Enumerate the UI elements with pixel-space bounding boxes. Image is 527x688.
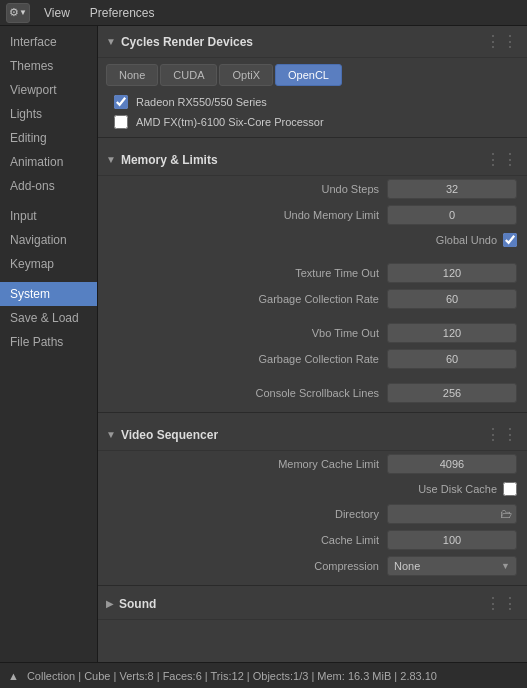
compression-dropdown[interactable]: None ▼ <box>387 556 517 576</box>
gear-menu-button[interactable]: ⚙ ▼ <box>6 3 30 23</box>
sidebar-item-navigation[interactable]: Navigation <box>0 228 97 252</box>
top-bar: ⚙ ▼ View Preferences <box>0 0 527 26</box>
gc-rate2-row: Garbage Collection Rate 60 <box>98 346 527 372</box>
view-menu-item[interactable]: View <box>40 4 74 22</box>
memory-limits-header[interactable]: ▼ Memory & Limits ⋮⋮ <box>98 144 527 176</box>
device-label-1: AMD FX(tm)-6100 Six-Core Processor <box>136 116 324 128</box>
use-disk-cache-text: Use Disk Cache <box>418 483 497 495</box>
sidebar-item-themes[interactable]: Themes <box>0 54 97 78</box>
cache-limit-value[interactable]: 100 <box>387 530 517 550</box>
dropdown-arrow-icon: ▼ <box>501 561 510 571</box>
use-disk-cache-right: Use Disk Cache <box>387 482 517 496</box>
gc-rate-label: Garbage Collection Rate <box>108 293 387 305</box>
sidebar-item-lights[interactable]: Lights <box>0 102 97 126</box>
gc-rate2-label: Garbage Collection Rate <box>108 353 387 365</box>
memory-limits-section: ▼ Memory & Limits ⋮⋮ Undo Steps 32 Undo … <box>98 138 527 413</box>
tab-cuda[interactable]: CUDA <box>160 64 217 86</box>
global-undo-text: Global Undo <box>436 234 497 246</box>
sidebar-item-editing[interactable]: Editing <box>0 126 97 150</box>
gc-rate-row: Garbage Collection Rate 60 <box>98 286 527 312</box>
vbo-timeout-label: Vbo Time Out <box>108 327 387 339</box>
triangle-icon-3: ▼ <box>106 429 116 440</box>
video-sequencer-section: ▼ Video Sequencer ⋮⋮ Memory Cache Limit … <box>98 413 527 586</box>
sidebar: Interface Themes Viewport Lights Editing… <box>0 26 98 662</box>
triangle-icon-4: ▶ <box>106 598 114 609</box>
tab-optix[interactable]: OptiX <box>219 64 273 86</box>
folder-icon: 🗁 <box>500 507 512 521</box>
sidebar-item-viewport[interactable]: Viewport <box>0 78 97 102</box>
undo-memory-value[interactable]: 0 <box>387 205 517 225</box>
sidebar-item-save-load[interactable]: Save & Load <box>0 306 97 330</box>
console-scrollback-value[interactable]: 256 <box>387 383 517 403</box>
sidebar-item-addons[interactable]: Add-ons <box>0 174 97 198</box>
use-disk-cache-checkbox[interactable] <box>503 482 517 496</box>
undo-memory-label: Undo Memory Limit <box>108 209 387 221</box>
sidebar-item-system[interactable]: System <box>0 282 97 306</box>
cache-limit-label: Cache Limit <box>108 534 387 546</box>
status-arrow-icon: ▲ <box>8 670 19 682</box>
sound-dots: ⋮⋮ <box>485 594 519 613</box>
undo-steps-row: Undo Steps 32 <box>98 176 527 202</box>
triangle-icon: ▼ <box>106 36 116 47</box>
directory-row: Directory 🗁 <box>98 501 527 527</box>
spacer-1 <box>98 252 527 260</box>
memory-cache-row: Memory Cache Limit 4096 <box>98 451 527 477</box>
status-bar: ▲ Collection | Cube | Verts:8 | Faces:6 … <box>0 662 527 688</box>
device-label-0: Radeon RX550/550 Series <box>136 96 267 108</box>
compression-value: None <box>394 560 420 572</box>
gear-icon: ⚙ <box>9 6 19 19</box>
console-scrollback-row: Console Scrollback Lines 256 <box>98 380 527 406</box>
main-layout: Interface Themes Viewport Lights Editing… <box>0 26 527 662</box>
memory-cache-value[interactable]: 4096 <box>387 454 517 474</box>
preferences-menu-item[interactable]: Preferences <box>86 4 159 22</box>
gc-rate-value[interactable]: 60 <box>387 289 517 309</box>
device-row-1: AMD FX(tm)-6100 Six-Core Processor <box>98 112 527 137</box>
top-menu: View Preferences <box>40 4 159 22</box>
use-disk-cache-row: Use Disk Cache <box>98 477 527 501</box>
console-scrollback-label: Console Scrollback Lines <box>108 387 387 399</box>
sidebar-item-keymap[interactable]: Keymap <box>0 252 97 276</box>
device-checkbox-0[interactable] <box>114 95 128 109</box>
cycles-render-header[interactable]: ▼ Cycles Render Devices ⋮⋮ <box>98 26 527 58</box>
texture-timeout-row: Texture Time Out 120 <box>98 260 527 286</box>
triangle-icon-2: ▼ <box>106 154 116 165</box>
global-undo-row: Global Undo <box>98 228 527 252</box>
cycles-render-section: ▼ Cycles Render Devices ⋮⋮ None CUDA Opt… <box>98 26 527 138</box>
cycles-render-dots: ⋮⋮ <box>485 32 519 51</box>
gear-arrow-icon: ▼ <box>19 8 27 17</box>
tab-opencl[interactable]: OpenCL <box>275 64 342 86</box>
memory-cache-label: Memory Cache Limit <box>108 458 387 470</box>
memory-limits-dots: ⋮⋮ <box>485 150 519 169</box>
tab-none[interactable]: None <box>106 64 158 86</box>
texture-timeout-value[interactable]: 120 <box>387 263 517 283</box>
status-text: Collection | Cube | Verts:8 | Faces:6 | … <box>27 670 437 682</box>
global-undo-checkbox[interactable] <box>503 233 517 247</box>
spacer-2 <box>98 312 527 320</box>
compression-row: Compression None ▼ <box>98 553 527 579</box>
render-tab-bar: None CUDA OptiX OpenCL <box>98 58 527 92</box>
directory-label: Directory <box>108 508 387 520</box>
device-checkbox-1[interactable] <box>114 115 128 129</box>
sidebar-item-input[interactable]: Input <box>0 204 97 228</box>
sidebar-item-file-paths[interactable]: File Paths <box>0 330 97 354</box>
memory-limits-title: Memory & Limits <box>121 153 485 167</box>
video-sequencer-header[interactable]: ▼ Video Sequencer ⋮⋮ <box>98 419 527 451</box>
sound-section: ▶ Sound ⋮⋮ <box>98 586 527 622</box>
video-sequencer-dots: ⋮⋮ <box>485 425 519 444</box>
vbo-timeout-value[interactable]: 120 <box>387 323 517 343</box>
video-sequencer-title: Video Sequencer <box>121 428 485 442</box>
cycles-render-title: Cycles Render Devices <box>121 35 485 49</box>
gc-rate2-value[interactable]: 60 <box>387 349 517 369</box>
undo-steps-label: Undo Steps <box>108 183 387 195</box>
sound-header[interactable]: ▶ Sound ⋮⋮ <box>98 588 527 620</box>
vbo-timeout-row: Vbo Time Out 120 <box>98 320 527 346</box>
compression-label: Compression <box>108 560 387 572</box>
undo-memory-row: Undo Memory Limit 0 <box>98 202 527 228</box>
sound-title: Sound <box>119 597 485 611</box>
content-area: ▼ Cycles Render Devices ⋮⋮ None CUDA Opt… <box>98 26 527 662</box>
texture-timeout-label: Texture Time Out <box>108 267 387 279</box>
sidebar-item-animation[interactable]: Animation <box>0 150 97 174</box>
sidebar-item-interface[interactable]: Interface <box>0 30 97 54</box>
undo-steps-value[interactable]: 32 <box>387 179 517 199</box>
directory-value[interactable]: 🗁 <box>387 504 517 524</box>
